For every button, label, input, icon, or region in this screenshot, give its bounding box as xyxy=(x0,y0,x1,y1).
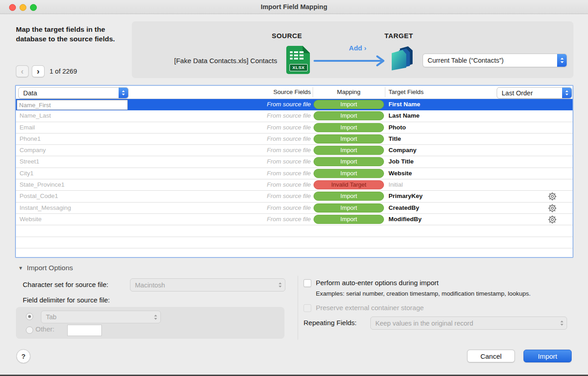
charset-value: Macintosh xyxy=(130,282,275,289)
table-row[interactable]: State_Province1 From source file Invalid… xyxy=(16,179,573,191)
source-origin-label: From source file xyxy=(267,168,311,179)
mapping-badge[interactable]: Import xyxy=(314,111,384,120)
auto-enter-checkbox[interactable] xyxy=(304,279,311,287)
table-row[interactable]: Phone1 From source file Import Title xyxy=(16,134,573,145)
source-file-label: [Fake Data Contacts.xls] Contacts xyxy=(174,57,277,64)
table-row-empty[interactable] xyxy=(16,225,573,237)
stepper-chevrons-icon xyxy=(557,320,567,327)
mapping-badge[interactable]: Import xyxy=(314,157,384,166)
source-origin-label: From source file xyxy=(267,110,311,121)
target-table-select[interactable]: Current Table (“Contacts”) xyxy=(423,54,567,67)
charset-select: Macintosh xyxy=(130,278,285,292)
previous-record-button[interactable]: ‹ xyxy=(16,65,29,77)
table-row-selected[interactable]: From source file Import First Name xyxy=(16,99,573,110)
source-field-name: Name_Last xyxy=(20,110,51,121)
import-field-mapping-dialog: Import Field Mapping Map the target fiel… xyxy=(0,0,588,376)
other-radio[interactable] xyxy=(26,327,33,334)
xlsx-badge-label: XLSX xyxy=(289,64,308,71)
target-field-name: Job Title xyxy=(389,156,414,167)
column-divider xyxy=(313,87,313,97)
mapping-badge[interactable]: Import xyxy=(314,134,384,143)
source-to-target-arrow-icon xyxy=(314,53,389,69)
table-row-empty[interactable] xyxy=(16,237,573,248)
source-field-name: Postal_Code1 xyxy=(20,191,58,202)
other-delimiter-input[interactable] xyxy=(67,325,102,336)
target-field-name: Company xyxy=(389,145,417,156)
target-field-name: Last Name xyxy=(389,110,419,121)
table-row[interactable]: City1 From source file Import Website xyxy=(16,168,573,179)
target-field-name: Photo xyxy=(389,122,406,133)
source-field-name: Phone1 xyxy=(20,134,41,144)
gear-icon[interactable] xyxy=(548,203,557,213)
source-origin-label: From source file xyxy=(267,179,311,190)
target-table-value: Current Table (“Contacts”) xyxy=(423,57,557,64)
source-origin-label: From source file xyxy=(267,99,311,110)
record-position-label: 1 of 2269 xyxy=(50,68,77,75)
import-button[interactable]: Import xyxy=(523,350,572,362)
table-row[interactable]: Instant_Messaging From source file Impor… xyxy=(16,203,573,214)
auto-enter-examples: Examples: serial number, creation timest… xyxy=(316,290,531,297)
column-header-target-fields: Target Fields xyxy=(389,86,424,99)
next-record-button[interactable]: › xyxy=(32,65,45,77)
table-row[interactable]: Email From source file Import Photo xyxy=(16,122,573,134)
help-icon: ? xyxy=(21,352,25,360)
target-heading: TARGET xyxy=(384,32,413,40)
chevron-left-icon: ‹ xyxy=(21,66,24,76)
gear-icon[interactable] xyxy=(548,192,557,201)
gear-icon[interactable] xyxy=(548,215,557,224)
mapping-badge[interactable]: Import xyxy=(314,215,384,224)
source-field-name: City1 xyxy=(20,168,34,179)
table-row[interactable]: Street1 From source file Import Job Titl… xyxy=(16,156,573,168)
stepper-chevrons-icon xyxy=(275,282,285,288)
mapping-badge[interactable]: Import xyxy=(314,203,384,213)
tab-radio[interactable] xyxy=(26,313,33,320)
mapping-badge[interactable]: Import xyxy=(314,146,384,155)
preserve-container-checkbox xyxy=(304,304,311,312)
import-options-disclosure[interactable]: ▼ Import Options xyxy=(18,264,73,272)
window-title: Import Field Mapping xyxy=(0,0,588,14)
table-row-empty[interactable] xyxy=(16,248,573,260)
source-origin-label: From source file xyxy=(267,122,311,133)
column-divider xyxy=(385,87,385,97)
window-titlebar: Import Field Mapping xyxy=(0,0,588,14)
field-order-select[interactable]: Last Order xyxy=(497,87,572,99)
mapping-badge[interactable]: Import xyxy=(314,100,384,109)
stepper-chevrons-icon xyxy=(562,88,572,98)
other-label: Other: xyxy=(35,325,55,333)
target-field-name: First Name xyxy=(389,99,420,110)
source-origin-label: From source file xyxy=(267,203,311,213)
cancel-button[interactable]: Cancel xyxy=(467,350,515,362)
filemaker-folder-icon xyxy=(389,45,415,73)
source-heading: SOURCE xyxy=(272,32,302,40)
target-field-name: CreatedBy xyxy=(389,203,419,213)
chevron-right-icon: › xyxy=(37,66,40,76)
mapping-badge-invalid[interactable]: Invalid Target xyxy=(314,180,384,189)
table-row[interactable]: Postal_Code1 From source file Import Pri… xyxy=(16,191,573,202)
options-divider xyxy=(298,276,298,340)
source-origin-label: From source file xyxy=(267,145,311,156)
mapping-badge[interactable]: Import xyxy=(314,192,384,201)
repeating-fields-label: Repeating Fields: xyxy=(304,319,357,327)
source-field-input[interactable] xyxy=(17,100,128,110)
target-field-name: Website xyxy=(389,168,412,179)
target-field-name: Initial xyxy=(389,179,403,190)
source-origin-label: From source file xyxy=(267,156,311,167)
mapping-badge[interactable]: Import xyxy=(314,169,384,178)
source-origin-label: From source file xyxy=(267,191,311,202)
record-pager: ‹ › 1 of 2269 xyxy=(16,65,77,77)
repeating-fields-select: Keep values in the original record xyxy=(370,317,567,330)
help-button[interactable]: ? xyxy=(16,349,30,363)
stepper-chevrons-icon xyxy=(150,314,160,321)
add-mapping-label[interactable]: Add › xyxy=(337,44,378,52)
import-options-label: Import Options xyxy=(27,264,73,272)
stepper-chevrons-icon xyxy=(557,54,567,67)
source-field-name: Street1 xyxy=(20,156,40,167)
repeating-fields-value: Keep values in the original record xyxy=(371,320,557,327)
charset-label: Character set for source file: xyxy=(23,281,108,288)
table-row[interactable]: Website From source file Import Modified… xyxy=(16,214,573,225)
table-row[interactable]: Name_Last From source file Import Last N… xyxy=(16,110,573,122)
table-row[interactable]: Company From source file Import Company xyxy=(16,145,573,156)
delimiter-label: Field delimiter for source file: xyxy=(23,296,110,304)
data-view-select[interactable]: Data xyxy=(18,87,129,99)
mapping-badge[interactable]: Import xyxy=(314,123,384,132)
